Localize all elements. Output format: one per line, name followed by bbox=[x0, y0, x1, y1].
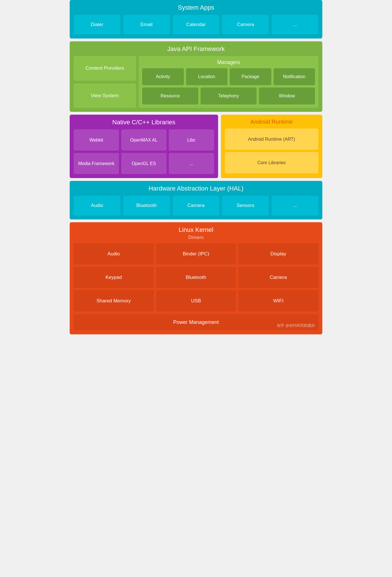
webkit-cell: Webkit bbox=[74, 129, 119, 151]
system-apps-layer: System Apps Dialer Email Calendar Camera… bbox=[70, 0, 322, 39]
linux-kernel-title: Linux Kernel bbox=[74, 226, 318, 234]
content-providers-cell: Content Providers bbox=[74, 56, 136, 81]
managers-row2: Resource Telephony Window bbox=[142, 87, 315, 104]
calendar-cell: Calendar bbox=[173, 15, 220, 35]
native-libs-title: Native C/C++ Libraries bbox=[74, 119, 214, 126]
drivers-row3: Shared Memory USB WIFI bbox=[74, 290, 318, 311]
native-runtime-row: Native C/C++ Libraries Webkit OpenMAX AL… bbox=[70, 115, 322, 178]
native-libs-row1: Webkit OpenMAX AL Libc bbox=[74, 129, 214, 151]
dialer-cell: Dialer bbox=[74, 15, 120, 35]
package-cell: Package bbox=[230, 68, 271, 85]
shared-memory-cell: Shared Memory bbox=[74, 290, 154, 311]
window-cell: Window bbox=[259, 87, 315, 104]
linux-kernel-layer: Linux Kernel Drivers Audio Binder (IPC) … bbox=[70, 222, 322, 334]
wifi-cell: WIFI bbox=[238, 290, 318, 311]
java-api-title: Java API Framework bbox=[74, 45, 318, 53]
libc-cell: Libc bbox=[169, 129, 214, 151]
display-cell: Display bbox=[238, 243, 318, 264]
native-more-cell: ... bbox=[169, 153, 214, 174]
opengl-cell: OpenGL ES bbox=[121, 153, 167, 174]
location-cell: Location bbox=[186, 68, 228, 85]
media-framework-cell: Media Framework bbox=[74, 153, 119, 174]
hal-cells: Audio Bluetooth Camera Sensors ... bbox=[74, 196, 318, 215]
keypad-cell: Keypad bbox=[74, 267, 154, 288]
power-management: Power Management 知乎 @你代码写的真好 bbox=[74, 314, 318, 330]
watermark: 知乎 @你代码写的真好 bbox=[277, 323, 315, 328]
camera-cell: Camera bbox=[222, 15, 269, 35]
managers-row1: Activity Location Package Notification bbox=[142, 68, 315, 85]
drivers-title: Drivers bbox=[74, 235, 318, 240]
native-libs-row2: Media Framework OpenGL ES ... bbox=[74, 153, 214, 174]
drivers-row1: Audio Binder (IPC) Display bbox=[74, 243, 318, 264]
managers-grid: Activity Location Package Notification R… bbox=[142, 68, 315, 104]
resource-cell: Resource bbox=[142, 87, 198, 104]
managers-title: Managers bbox=[142, 59, 315, 65]
java-api-left: Content Providers View System bbox=[74, 56, 136, 108]
hal-title: Hardware Abstraction Layer (HAL) bbox=[74, 185, 318, 192]
notification-cell: Notification bbox=[274, 68, 315, 85]
drivers-row2: Keypad Bluetooth Camera bbox=[74, 267, 318, 288]
drivers-grid: Audio Binder (IPC) Display Keypad Blueto… bbox=[74, 243, 318, 311]
usb-cell: USB bbox=[156, 290, 236, 311]
kernel-camera-cell: Camera bbox=[238, 267, 318, 288]
power-management-label: Power Management bbox=[173, 319, 219, 325]
hal-more-cell: ... bbox=[272, 196, 318, 215]
android-runtime-title: Android Runtime bbox=[225, 119, 318, 125]
hal-audio-cell: Audio bbox=[74, 196, 120, 215]
hal-camera-cell: Camera bbox=[173, 196, 220, 215]
java-api-inner: Content Providers View System Managers A… bbox=[74, 56, 318, 108]
hal-bluetooth-cell: Bluetooth bbox=[123, 196, 170, 215]
email-cell: Email bbox=[123, 15, 170, 35]
native-libs-grid: Webkit OpenMAX AL Libc Media Framework O… bbox=[74, 129, 214, 174]
core-libraries-cell: Core Libraries bbox=[225, 152, 318, 173]
view-system-cell: View System bbox=[74, 84, 136, 108]
art-cell: Android Runtime (ART) bbox=[225, 129, 318, 150]
android-runtime-layer: Android Runtime Android Runtime (ART) Co… bbox=[221, 115, 322, 178]
android-runtime-cells: Android Runtime (ART) Core Libraries bbox=[225, 129, 318, 173]
openmax-cell: OpenMAX AL bbox=[121, 129, 167, 151]
binder-cell: Binder (IPC) bbox=[156, 243, 236, 264]
more-cell: ... bbox=[272, 15, 318, 35]
native-libs-layer: Native C/C++ Libraries Webkit OpenMAX AL… bbox=[70, 115, 218, 178]
java-api-layer: Java API Framework Content Providers Vie… bbox=[70, 41, 322, 112]
hal-sensors-cell: Sensors bbox=[222, 196, 269, 215]
hal-layer: Hardware Abstraction Layer (HAL) Audio B… bbox=[70, 181, 322, 219]
system-apps-title: System Apps bbox=[74, 4, 318, 11]
kernel-bluetooth-cell: Bluetooth bbox=[156, 267, 236, 288]
system-apps-cells: Dialer Email Calendar Camera ... bbox=[74, 15, 318, 35]
telephony-cell: Telephony bbox=[201, 87, 257, 104]
activity-cell: Activity bbox=[142, 68, 184, 85]
kernel-audio-cell: Audio bbox=[74, 243, 154, 264]
java-api-right: Managers Activity Location Package Notif… bbox=[139, 56, 318, 108]
